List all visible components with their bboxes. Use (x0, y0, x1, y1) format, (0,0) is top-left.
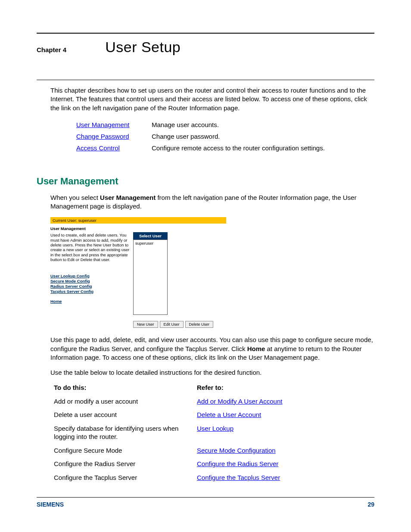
section-paragraph: Use this page to add, delete, edit, and … (37, 336, 374, 362)
embedded-screenshot: Current User: superuser User Management … (50, 217, 226, 328)
mini-link-secure-mode-config[interactable]: Secure Mode Config (50, 279, 131, 283)
header-separator (37, 80, 374, 80)
delete-user-button[interactable]: Delete User (185, 321, 214, 328)
section-paragraph: Use the table below to locate detailed i… (37, 368, 374, 377)
nav-link-user-management[interactable]: User Management (76, 121, 152, 128)
ref-cell-a: Configure the Tacplus Server (54, 473, 197, 482)
ref-head-todo: To do this: (54, 383, 197, 392)
document-page: Chapter 4 User Setup This chapter descri… (0, 0, 411, 532)
ref-cell-a: Specify database for identifying users w… (54, 424, 197, 441)
top-rule (37, 33, 374, 34)
mini-select-header: Select User (133, 232, 168, 240)
mini-nav-links: User Lookup Config Secure Mode Config Ra… (50, 274, 131, 304)
edit-user-button[interactable]: Edit User (160, 321, 184, 328)
nav-desc: Manage user accounts. (152, 121, 374, 128)
mini-link-tacplus-server-config[interactable]: Tacplus Server Config (50, 289, 131, 294)
nav-desc: Configure remote access to the router co… (152, 144, 374, 152)
ref-cell-a: Delete a user account (54, 411, 197, 419)
mini-select-list[interactable]: superuser (133, 240, 168, 315)
reference-table: To do this: Refer to: Add or modify a us… (37, 383, 374, 482)
section-paragraph: When you select User Management from the… (37, 193, 374, 211)
page-footer: SIEMENS 29 (37, 497, 374, 508)
new-user-button[interactable]: New User (133, 321, 158, 328)
mini-heading: User Management (50, 226, 131, 231)
footer-brand: SIEMENS (37, 501, 64, 508)
nav-link-access-control[interactable]: Access Control (76, 144, 152, 152)
nav-feature-table: User Management Manage user accounts. Ch… (37, 121, 374, 152)
bold-run: User Management (100, 194, 156, 201)
mini-description: Used to create, edit and delete users. Y… (50, 233, 131, 262)
ref-link-tacplus-server[interactable]: Configure the Tacplus Server (197, 474, 280, 481)
ref-cell-a: Configure Secure Mode (54, 446, 197, 455)
text-run: When you select (50, 194, 100, 201)
intro-paragraph: This chapter describes how to set up use… (37, 86, 374, 112)
bold-run: Home (247, 345, 265, 352)
mini-link-user-lookup-config[interactable]: User Lookup Config (50, 274, 131, 278)
ref-link-user-lookup[interactable]: User Lookup (197, 425, 234, 432)
chapter-label: Chapter 4 (37, 46, 66, 53)
mini-select-item[interactable]: superuser (135, 241, 165, 246)
nav-link-change-password[interactable]: Change Password (76, 133, 152, 140)
ref-link-delete-user[interactable]: Delete a User Account (197, 411, 261, 418)
chapter-header: Chapter 4 User Setup (37, 39, 374, 56)
section-heading-user-management: User Management (37, 176, 374, 187)
page-number: 29 (367, 501, 374, 508)
mini-current-user-bar: Current User: superuser (50, 217, 226, 224)
ref-cell-a: Add or modify a user account (54, 397, 197, 406)
mini-link-home[interactable]: Home (50, 299, 131, 304)
ref-link-add-modify-user[interactable]: Add or Modify A User Account (197, 398, 282, 405)
ref-link-secure-mode[interactable]: Secure Mode Configuration (197, 447, 276, 454)
mini-link-radius-server-config[interactable]: Radius Server Config (50, 284, 131, 289)
footer-rule (37, 497, 374, 498)
ref-link-radius-server[interactable]: Configure the Radius Server (197, 460, 278, 467)
ref-cell-a: Configure the Radius Server (54, 460, 197, 468)
mini-select-user: Select User superuser (133, 232, 168, 315)
chapter-title: User Setup (105, 39, 181, 56)
mini-left-pane: User Management Used to create, edit and… (50, 224, 133, 328)
ref-head-refer: Refer to: (197, 383, 374, 392)
nav-desc: Change user password. (152, 133, 374, 140)
